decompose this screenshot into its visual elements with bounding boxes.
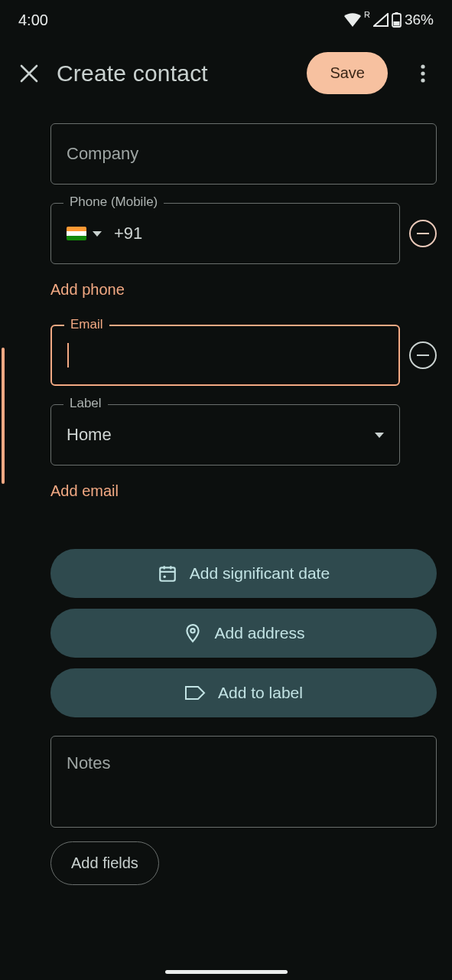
form-content: Phone (Mobile) +91 Add phone Email: [0, 123, 452, 885]
more-button[interactable]: [409, 60, 437, 87]
wifi-icon: [344, 13, 361, 27]
phone-row: Phone (Mobile) +91: [50, 203, 437, 264]
svg-point-3: [421, 64, 424, 68]
notes-placeholder: Notes: [67, 753, 110, 773]
svg-point-7: [163, 576, 165, 578]
status-time: 4:00: [18, 11, 48, 29]
label-value: Home: [67, 425, 112, 445]
add-phone-link[interactable]: Add phone: [50, 281, 125, 299]
email-field-container: Email: [50, 325, 400, 386]
phone-value[interactable]: +91: [114, 224, 142, 243]
add-address-label: Add address: [215, 624, 305, 642]
chips-section: Add significant date Add address Add to …: [50, 549, 437, 717]
phone-field-container: Phone (Mobile) +91: [50, 203, 400, 264]
notes-field-container: Notes: [50, 736, 437, 828]
flag-india-icon: [67, 227, 86, 240]
chevron-down-icon: [375, 433, 384, 438]
country-selector[interactable]: [67, 227, 102, 240]
add-date-button[interactable]: Add significant date: [50, 549, 437, 598]
status-bar: 4:00 R 36%: [0, 0, 452, 40]
svg-point-4: [421, 71, 424, 75]
chevron-down-icon: [93, 231, 102, 237]
notes-field[interactable]: Notes: [50, 736, 437, 828]
battery-icon: [392, 12, 402, 28]
svg-point-8: [190, 629, 194, 632]
label-field-container: Label Home: [50, 404, 400, 466]
calendar-icon: [158, 564, 177, 583]
svg-point-5: [421, 78, 424, 82]
more-vert-icon: [421, 64, 425, 83]
add-date-label: Add significant date: [190, 564, 330, 583]
email-row: Email: [50, 325, 437, 386]
roaming-indicator: R: [364, 10, 370, 19]
add-fields-button[interactable]: Add fields: [50, 841, 159, 885]
company-field-container: [50, 123, 437, 185]
add-fields-wrap: Add fields: [50, 828, 437, 885]
company-input[interactable]: [67, 144, 421, 164]
location-icon: [183, 623, 203, 643]
company-field[interactable]: [50, 123, 437, 185]
svg-rect-1: [395, 12, 398, 15]
label-caption: Label: [63, 396, 108, 411]
label-icon: [184, 684, 206, 701]
add-label-button[interactable]: Add to label: [50, 668, 437, 717]
nav-handle[interactable]: [165, 970, 288, 974]
save-button[interactable]: Save: [307, 52, 388, 94]
add-address-button[interactable]: Add address: [50, 609, 437, 658]
page-title: Create contact: [57, 60, 293, 87]
minus-icon: [417, 354, 429, 357]
status-right: R 36%: [344, 11, 434, 28]
svg-rect-2: [393, 21, 399, 26]
add-label-text: Add to label: [218, 684, 303, 702]
header: Create contact Save: [0, 40, 452, 113]
section-indicator: [2, 348, 5, 484]
minus-icon: [417, 233, 429, 235]
battery-percent: 36%: [405, 11, 434, 28]
remove-phone-button[interactable]: [409, 220, 437, 247]
svg-rect-6: [160, 567, 175, 580]
phone-field[interactable]: Phone (Mobile) +91: [50, 203, 400, 264]
close-icon: [19, 64, 39, 83]
email-label-select[interactable]: Label Home: [50, 404, 400, 466]
signal-icon: [373, 13, 389, 27]
email-field[interactable]: Email: [50, 325, 400, 386]
close-button[interactable]: [15, 60, 43, 87]
phone-label: Phone (Mobile): [63, 194, 164, 210]
remove-email-button[interactable]: [409, 341, 437, 369]
add-email-link[interactable]: Add email: [50, 482, 119, 500]
email-label: Email: [64, 317, 109, 332]
